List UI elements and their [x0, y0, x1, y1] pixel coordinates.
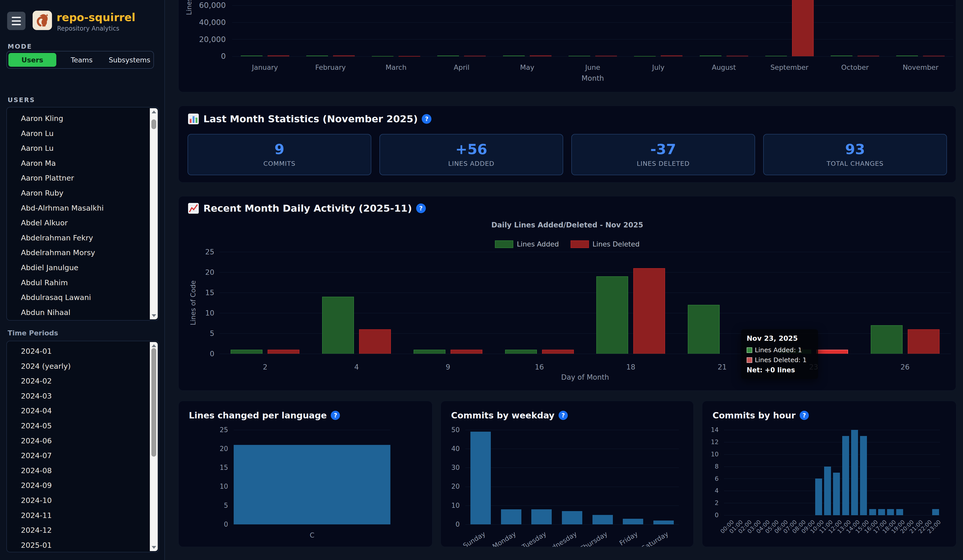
time-period-list-item[interactable]: 2024-06: [7, 434, 149, 448]
bar-value[interactable]: [233, 445, 391, 524]
user-list-item[interactable]: Abdulrasaq Lawani: [7, 290, 149, 305]
hamburger-menu-button[interactable]: [7, 12, 26, 30]
bar-lines-deleted[interactable]: [661, 55, 683, 56]
bar-lines-deleted[interactable]: [792, 0, 814, 56]
bar-lines-added[interactable]: [505, 350, 537, 354]
bar-lines-deleted[interactable]: [633, 268, 665, 354]
bar-lines-deleted[interactable]: [268, 350, 300, 354]
bar-lines-added[interactable]: [503, 55, 525, 56]
bar-lines-deleted[interactable]: [451, 350, 482, 354]
bar-lines-added[interactable]: [765, 56, 787, 56]
bar-lines-deleted[interactable]: [858, 56, 879, 56]
tab-subsystems[interactable]: Subsystems: [105, 52, 153, 68]
bar-value[interactable]: [842, 436, 849, 515]
help-icon[interactable]: ?: [800, 411, 809, 420]
scroll-down-arrow-icon[interactable]: [152, 314, 156, 317]
time-period-list-item[interactable]: 2024-04: [7, 403, 149, 418]
user-list-item[interactable]: Abdiel Janulgue: [7, 260, 149, 275]
user-list-item[interactable]: Abdelrahman Morsy: [7, 245, 149, 260]
bar-lines-added[interactable]: [831, 55, 853, 56]
bar-value[interactable]: [878, 509, 885, 515]
user-list-item[interactable]: Abdelrahman Fekry: [7, 230, 149, 246]
tab-teams[interactable]: Teams: [58, 52, 106, 68]
user-list-item[interactable]: Abdel Alkuor: [7, 215, 149, 230]
bar-lines-added[interactable]: [437, 55, 459, 56]
help-icon[interactable]: ?: [416, 204, 426, 213]
time-period-list-item[interactable]: 2024-08: [7, 463, 149, 478]
bar-value[interactable]: [932, 509, 939, 515]
bar-lines-deleted[interactable]: [333, 55, 355, 56]
help-icon[interactable]: ?: [331, 411, 340, 420]
bar-value[interactable]: [851, 430, 858, 515]
bar-value[interactable]: [824, 466, 831, 515]
bar-value[interactable]: [623, 519, 643, 524]
bar-lines-added[interactable]: [596, 276, 628, 354]
scroll-up-arrow-icon[interactable]: [152, 110, 156, 113]
bar-value[interactable]: [833, 473, 840, 515]
periods-scrollbar-thumb[interactable]: [151, 348, 156, 456]
bar-lines-deleted[interactable]: [595, 56, 617, 56]
periods-scrollbar[interactable]: [150, 342, 158, 551]
users-scrollbar[interactable]: [150, 108, 158, 319]
bar-lines-added[interactable]: [322, 297, 354, 354]
bar-value[interactable]: [531, 509, 552, 524]
time-period-list-item[interactable]: 2024-09: [7, 478, 149, 493]
bar-lines-added[interactable]: [413, 350, 446, 354]
time-period-list-item[interactable]: 2025-01: [7, 538, 149, 552]
bar-lines-deleted[interactable]: [816, 350, 848, 354]
bar-lines-added[interactable]: [569, 56, 590, 56]
user-list-item[interactable]: Abd-Alrhman Masalkhi: [7, 201, 149, 216]
time-period-list-item[interactable]: 2024-10: [7, 493, 149, 508]
time-period-list-item[interactable]: 2024-01: [7, 344, 149, 359]
user-list-item[interactable]: Aaron Kling: [7, 111, 149, 126]
time-period-list-item[interactable]: 2024-11: [7, 508, 149, 523]
bar-value[interactable]: [815, 479, 822, 515]
user-list-item[interactable]: Aaron Lu: [7, 141, 149, 156]
time-period-list-item[interactable]: 2024-03: [7, 388, 149, 404]
user-list-item[interactable]: Aaron Ma: [7, 156, 149, 171]
help-icon[interactable]: ?: [422, 114, 431, 124]
bar-lines-added[interactable]: [896, 55, 918, 56]
bar-lines-added[interactable]: [306, 55, 328, 56]
time-period-list-item[interactable]: 2024 (yearly): [7, 359, 149, 374]
bar-value[interactable]: [887, 509, 894, 515]
bar-lines-added[interactable]: [634, 56, 656, 57]
bar-lines-added[interactable]: [871, 325, 903, 354]
tab-users[interactable]: Users: [8, 53, 56, 67]
bar-lines-deleted[interactable]: [908, 329, 940, 354]
user-list-item[interactable]: Aaron Ruby: [7, 186, 149, 201]
bar-lines-deleted[interactable]: [542, 350, 574, 354]
bar-value[interactable]: [562, 511, 582, 524]
users-scrollbar-thumb[interactable]: [151, 120, 156, 129]
help-icon[interactable]: ?: [559, 411, 568, 420]
time-period-list-item[interactable]: 2024-05: [7, 418, 149, 434]
bar-value[interactable]: [860, 436, 867, 515]
bar-value[interactable]: [501, 509, 521, 524]
bar-value[interactable]: [592, 515, 613, 524]
bar-lines-deleted[interactable]: [530, 55, 551, 56]
bar-lines-deleted[interactable]: [923, 56, 945, 56]
bar-lines-added[interactable]: [230, 350, 263, 354]
bar-lines-deleted[interactable]: [359, 329, 391, 354]
time-period-list-item[interactable]: 2024-02: [7, 374, 149, 388]
bar-lines-deleted[interactable]: [726, 56, 748, 56]
bar-lines-deleted[interactable]: [464, 56, 486, 56]
bar-lines-added[interactable]: [700, 55, 721, 56]
time-period-list-item[interactable]: 2024-12: [7, 523, 149, 538]
bar-lines-deleted[interactable]: [399, 56, 420, 57]
bar-value[interactable]: [896, 509, 903, 515]
scroll-down-arrow-icon[interactable]: [152, 546, 156, 549]
user-list-item[interactable]: Abdul Rahim: [7, 275, 149, 290]
scroll-up-arrow-icon[interactable]: [152, 344, 156, 347]
bar-value[interactable]: [470, 432, 491, 524]
bar-lines-deleted[interactable]: [268, 55, 289, 56]
bar-lines-added[interactable]: [372, 56, 394, 57]
user-list-item[interactable]: Abdun Nihaal: [7, 305, 149, 320]
user-list-item[interactable]: Aaron Lu: [7, 126, 149, 141]
bar-lines-added[interactable]: [241, 55, 263, 56]
bar-value[interactable]: [869, 509, 876, 515]
bar-value[interactable]: [653, 521, 674, 524]
user-list-item[interactable]: Aaron Plattner: [7, 171, 149, 186]
time-period-list-item[interactable]: 2024-07: [7, 448, 149, 463]
bar-lines-added[interactable]: [688, 305, 720, 354]
